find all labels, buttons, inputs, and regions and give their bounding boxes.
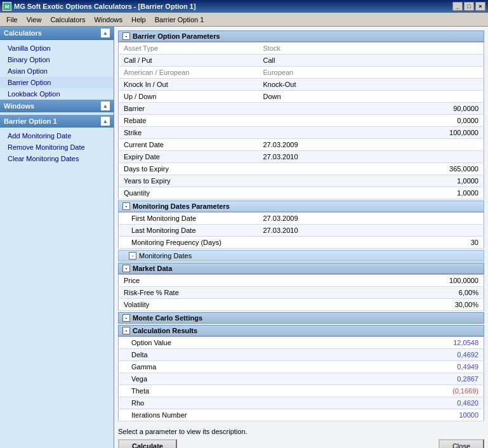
monte-carlo-label: Monte Carlo Settings xyxy=(133,314,202,322)
param-volatility-value[interactable]: 30,00% xyxy=(258,299,484,311)
param-expiry-date-label: Expiry Date xyxy=(119,151,258,163)
barrier-params-table: Asset Type Stock Call / Put Call America… xyxy=(118,42,484,199)
table-row: Quantity 1,0000 xyxy=(119,187,484,199)
result-rho-value: 0,4620 xyxy=(258,397,484,409)
param-rebate-label: Rebate xyxy=(119,115,258,127)
result-vega-label: Vega xyxy=(119,373,258,385)
monitoring-dates-params-table: First Monitoring Date 27.03.2009 Last Mo… xyxy=(118,212,484,249)
add-monitoring-date-button[interactable]: Add Monitoring Date xyxy=(0,130,114,142)
barrier-params-label: Barrier Option Parameters xyxy=(133,32,220,40)
table-row: Theta (0,1669) xyxy=(119,385,484,397)
param-expiry-date-value[interactable]: 27.03.2010 xyxy=(258,151,484,163)
param-first-date-value[interactable]: 27.03.2009 xyxy=(258,213,484,225)
title-bar-text: MG Soft Exotic Options Calculators - [Ba… xyxy=(14,3,196,10)
param-strike-label: Strike xyxy=(119,127,258,139)
monitoring-dates-params-header[interactable]: - Monitoring Dates Parameters xyxy=(118,201,484,212)
sidebar-item-barrier[interactable]: Barrier Option xyxy=(0,77,114,88)
calculators-label: Calculators xyxy=(4,29,42,37)
sidebar-item-lookback[interactable]: Lookback Option xyxy=(0,88,114,100)
table-row: Vega 0,2867 xyxy=(119,373,484,385)
table-row: Option Value 12,0548 xyxy=(119,337,484,349)
monte-carlo-section: - Monte Carlo Settings xyxy=(118,312,484,324)
menu-calculators[interactable]: Calculators xyxy=(46,15,89,25)
param-barrier-value[interactable]: 90,0000 xyxy=(258,103,484,115)
monitoring-dates-params-section: - Monitoring Dates Parameters First Moni… xyxy=(118,201,484,249)
table-row: Current Date 27.03.2009 xyxy=(119,139,484,151)
table-row: Call / Put Call xyxy=(119,55,484,67)
param-quantity-label: Quantity xyxy=(119,187,258,199)
monte-carlo-header[interactable]: - Monte Carlo Settings xyxy=(118,312,484,324)
monitoring-dates-toggle[interactable]: - xyxy=(129,252,136,260)
title-bar: M MG Soft Exotic Options Calculators - [… xyxy=(0,0,488,13)
monte-carlo-toggle[interactable]: - xyxy=(122,314,130,322)
menu-view[interactable]: View xyxy=(23,15,46,25)
button-bar: Calculate Close xyxy=(118,438,484,448)
result-theta-label: Theta xyxy=(119,385,258,397)
menu-file[interactable]: File xyxy=(3,15,22,25)
calculators-collapse-icon[interactable]: ▲ xyxy=(101,29,110,37)
market-data-label: Market Data xyxy=(133,265,172,272)
param-am-eu-label: American / European xyxy=(119,67,258,79)
param-current-date-value[interactable]: 27.03.2009 xyxy=(258,139,484,151)
barrier-collapse-icon[interactable]: ▲ xyxy=(101,117,110,126)
market-data-header[interactable]: - Market Data xyxy=(118,263,484,274)
sidebar-item-vanilla[interactable]: Vanilla Option xyxy=(0,43,114,54)
param-strike-value[interactable]: 100,0000 xyxy=(258,127,484,139)
status-bar-inner: Select a parameter to view its descripti… xyxy=(118,425,484,438)
close-window-button[interactable]: × xyxy=(475,2,485,11)
param-years-expiry-value[interactable]: 1,0000 xyxy=(258,175,484,187)
param-price-value[interactable]: 100,0000 xyxy=(258,275,484,287)
minimize-button[interactable]: _ xyxy=(452,2,463,11)
close-button[interactable]: Close xyxy=(439,439,484,448)
param-asset-type-value: Stock xyxy=(258,43,484,55)
table-row: Rho 0,4620 xyxy=(119,397,484,409)
calc-results-table: Option Value 12,0548 Delta 0,4692 Gamma … xyxy=(118,336,484,421)
monitoring-dates-header[interactable]: - Monitoring Dates xyxy=(118,250,484,261)
menu-windows[interactable]: Windows xyxy=(90,15,126,25)
windows-collapse-icon[interactable]: ▲ xyxy=(101,102,110,110)
clear-monitoring-dates-button[interactable]: Clear Monitoring Dates xyxy=(0,153,114,164)
table-row: American / European European xyxy=(119,67,484,79)
param-am-eu-value: European xyxy=(258,67,484,79)
market-data-toggle[interactable]: - xyxy=(122,265,130,272)
status-text: Select a parameter to view its descripti… xyxy=(118,428,247,435)
monitoring-dates-params-toggle[interactable]: - xyxy=(122,202,130,210)
param-last-date-value[interactable]: 27.03.2010 xyxy=(258,225,484,237)
nav-section: Vanilla Option Binary Option Asian Optio… xyxy=(0,43,114,100)
param-freq-label: Monitoring Frequency (Days) xyxy=(119,237,258,249)
barrier-params-header[interactable]: - Barrier Option Parameters xyxy=(118,30,484,42)
menu-barrier-option[interactable]: Barrier Option 1 xyxy=(151,15,208,25)
param-knock-value[interactable]: Knock-Out xyxy=(258,79,484,91)
table-row: Barrier 90,0000 xyxy=(119,103,484,115)
title-bar-buttons: _ □ × xyxy=(452,2,485,11)
result-vega-value: 0,2867 xyxy=(258,373,484,385)
sidebar-item-asian[interactable]: Asian Option xyxy=(0,65,114,77)
sidebar-item-binary[interactable]: Binary Option xyxy=(0,54,114,65)
monitoring-dates-label: Monitoring Dates xyxy=(139,252,192,260)
result-option-value-label: Option Value xyxy=(119,337,258,349)
main-content: - Barrier Option Parameters Asset Type S… xyxy=(114,27,488,448)
param-call-put-value[interactable]: Call xyxy=(258,55,484,67)
remove-monitoring-date-button[interactable]: Remove Monitoring Date xyxy=(0,142,114,153)
calculate-button[interactable]: Calculate xyxy=(118,439,177,448)
table-row: Risk-Free % Rate 6,00% xyxy=(119,287,484,299)
table-row: Expiry Date 27.03.2010 xyxy=(119,151,484,163)
calc-results-section: - Calculation Results Option Value 12,05… xyxy=(118,325,484,421)
maximize-button[interactable]: □ xyxy=(464,2,474,11)
param-rebate-value[interactable]: 0,0000 xyxy=(258,115,484,127)
barrier-params-toggle[interactable]: - xyxy=(122,32,130,40)
calc-results-header[interactable]: - Calculation Results xyxy=(118,325,484,336)
param-volatility-label: Volatility xyxy=(119,299,258,311)
param-updown-label: Up / Down xyxy=(119,91,258,103)
monitoring-dates-section: - Monitoring Dates xyxy=(118,250,484,261)
param-freq-value[interactable]: 30 xyxy=(258,237,484,249)
param-risk-free-value[interactable]: 6,00% xyxy=(258,287,484,299)
menu-help[interactable]: Help xyxy=(128,15,150,25)
param-quantity-value[interactable]: 1,0000 xyxy=(258,187,484,199)
windows-header: Windows ▲ xyxy=(0,100,114,112)
param-days-expiry-value[interactable]: 365,0000 xyxy=(258,163,484,175)
table-row: Days to Expiry 365,0000 xyxy=(119,163,484,175)
actions-section: Add Monitoring Date Remove Monitoring Da… xyxy=(0,130,114,164)
calc-results-toggle[interactable]: - xyxy=(122,327,130,334)
param-updown-value[interactable]: Down xyxy=(258,91,484,103)
